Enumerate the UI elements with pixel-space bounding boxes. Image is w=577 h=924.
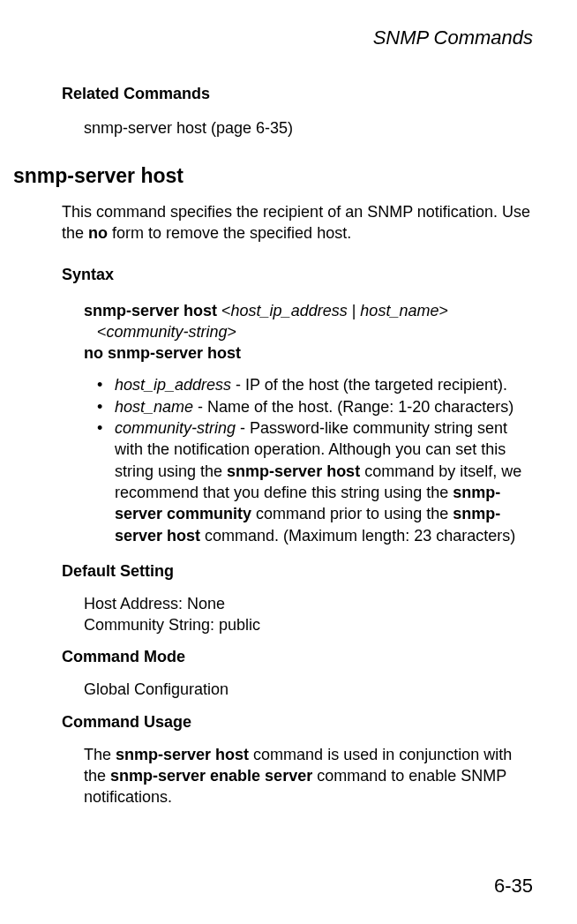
b1-text: - IP of the host (the targeted recipient… xyxy=(231,376,507,394)
b3-bold1: snmp-server host xyxy=(227,462,360,480)
page-number: 6-35 xyxy=(494,875,533,898)
bullet-list: • host_ip_address - IP of the host (the … xyxy=(97,374,537,545)
default-line2: Community String: public xyxy=(84,616,260,634)
syntax-line1: snmp-server host <host_ip_address | host… xyxy=(84,300,537,321)
description-part2: form to remove the specified host. xyxy=(108,224,351,242)
bullet-mark: • xyxy=(97,396,106,417)
syntax-line2: <community-string> xyxy=(97,321,537,342)
related-commands-heading: Related Commands xyxy=(62,85,537,103)
syntax-block: snmp-server host <host_ip_address | host… xyxy=(84,300,537,364)
b2-italic: host_name xyxy=(115,398,193,416)
usage-bold2: snmp-server enable server xyxy=(110,767,312,785)
bullet-item-3: • community-string - Password-like commu… xyxy=(97,417,537,546)
syntax-line3: no snmp-server host xyxy=(84,342,537,364)
syntax-line2-close: > xyxy=(228,323,237,341)
usage-bold1: snmp-server host xyxy=(116,746,249,763)
syntax-line1-bold: snmp-server host xyxy=(84,302,221,319)
bullet-item-2: • host_name - Name of the host. (Range: … xyxy=(97,396,537,417)
command-mode-text: Global Configuration xyxy=(84,679,537,700)
command-mode-heading: Command Mode xyxy=(62,648,537,666)
default-line1: Host Address: None xyxy=(84,595,225,612)
command-usage-text: The snmp-server host command is used in … xyxy=(84,744,537,808)
syntax-line1-pipe: | xyxy=(348,302,361,319)
syntax-line1-italic2: host_name xyxy=(360,302,438,319)
bullet-item-1: • host_ip_address - IP of the host (the … xyxy=(97,374,537,395)
bullet-mark: • xyxy=(97,374,106,395)
usage-text1: The xyxy=(84,746,116,763)
b2-text: - Name of the host. (Range: 1-20 charact… xyxy=(193,398,513,416)
command-description: This command specifies the recipient of … xyxy=(62,201,537,244)
command-usage-heading: Command Usage xyxy=(62,713,537,732)
syntax-line1-open: < xyxy=(221,302,231,319)
syntax-line1-close: > xyxy=(438,302,448,319)
syntax-line1-italic1: host_ip_address xyxy=(231,302,348,319)
related-commands-text: snmp-server host (page 6-35) xyxy=(84,119,537,138)
command-heading: snmp-server host xyxy=(13,164,537,188)
page-header: SNMP Commands xyxy=(13,26,537,49)
bullet-mark: • xyxy=(97,417,106,439)
b3-text4: command. (Maximum length: 23 characters) xyxy=(200,527,515,545)
syntax-heading: Syntax xyxy=(62,266,537,284)
b3-text3: command prior to using the xyxy=(251,505,453,522)
syntax-line2-open: < xyxy=(97,323,107,341)
b3-italic: community-string xyxy=(115,419,236,437)
syntax-line2-italic: community-string xyxy=(107,323,228,341)
description-no-bold: no xyxy=(88,224,108,242)
bullet-text-3: community-string - Password-like communi… xyxy=(115,417,537,546)
bullet-text-1: host_ip_address - IP of the host (the ta… xyxy=(115,374,537,395)
bullet-text-2: host_name - Name of the host. (Range: 1-… xyxy=(115,396,537,417)
default-setting-heading: Default Setting xyxy=(62,562,537,581)
b1-italic: host_ip_address xyxy=(115,376,231,394)
default-setting-text: Host Address: None Community String: pub… xyxy=(84,593,537,636)
